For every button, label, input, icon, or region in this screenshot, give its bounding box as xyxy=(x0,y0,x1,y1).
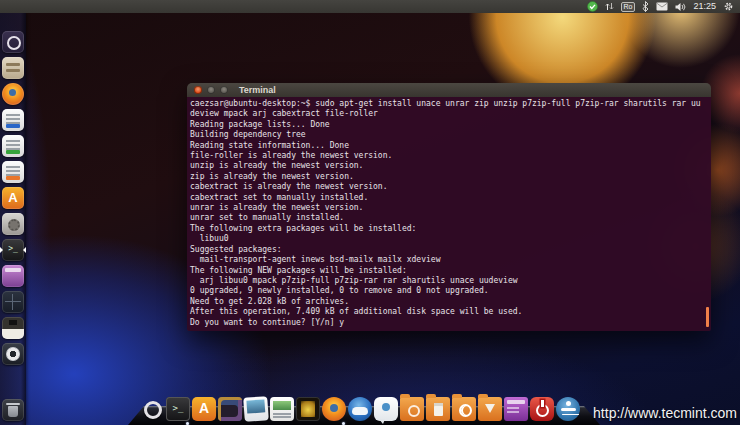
terminal-line: unrar is already the newest version. xyxy=(190,203,711,213)
dock-item-messenger[interactable] xyxy=(374,397,398,421)
terminal-window: Terminal caezsar@ubuntu-desktop:~$ sudo … xyxy=(187,83,711,331)
clock[interactable]: 21:25 xyxy=(693,0,716,13)
updates-ok-icon[interactable] xyxy=(587,1,598,12)
terminal-line: 0 upgraded, 9 newly installed, 0 to remo… xyxy=(190,286,711,296)
dock-item-video-player[interactable] xyxy=(504,397,528,421)
running-pip-icon xyxy=(0,247,3,253)
terminal-line: Building dependency tree xyxy=(190,130,711,140)
dock-item-power[interactable] xyxy=(530,397,554,421)
launcher-item-optical-disc[interactable] xyxy=(2,343,24,365)
terminal-titlebar[interactable]: Terminal xyxy=(187,83,711,97)
terminal-line: Suggested packages: xyxy=(190,245,711,255)
close-button[interactable] xyxy=(194,86,202,94)
launcher-item-workspace-switcher[interactable] xyxy=(2,291,24,313)
terminal-line: Need to get 2.028 kB of archives. xyxy=(190,297,711,307)
terminal-line: cabextract is already the newest version… xyxy=(190,182,711,192)
keyboard-layout-indicator[interactable]: Ro xyxy=(621,2,636,12)
dock-item-photo-collage[interactable] xyxy=(218,397,242,421)
launcher-item-files[interactable] xyxy=(2,57,24,79)
terminal-line: After this operation, 7.409 kB of additi… xyxy=(190,307,711,317)
launcher-item-system-settings[interactable] xyxy=(2,213,24,235)
terminal-line: The following NEW packages will be insta… xyxy=(190,266,711,276)
launcher-item-trash[interactable] xyxy=(2,399,24,421)
terminal-line: unrar set to manually installed. xyxy=(190,213,711,223)
window-title: Terminal xyxy=(239,85,276,95)
top-panel: Ro 21:25 xyxy=(0,0,740,13)
unity-launcher: A >_ xyxy=(0,13,26,425)
bottom-dock: >_ A xyxy=(128,391,600,425)
network-traffic-icon[interactable] xyxy=(605,1,614,12)
dock-item-downloads-folder[interactable] xyxy=(478,397,502,421)
bluetooth-icon[interactable] xyxy=(642,1,649,12)
dock-item-firefox[interactable] xyxy=(322,397,346,421)
launcher-item-screenshot-tool[interactable] xyxy=(2,265,24,287)
desktop: Ro 21:25 A >_ xyxy=(0,0,740,425)
terminal-line: arj libuu0 mpack p7zip-full p7zip-rar ra… xyxy=(190,276,711,286)
dock-item-ubuntu-home[interactable] xyxy=(140,397,164,421)
launcher-item-libreoffice-impress[interactable] xyxy=(2,161,24,183)
terminal-line: deview mpack arj cabextract file-roller xyxy=(190,109,711,119)
launcher-item-libreoffice-writer[interactable] xyxy=(2,109,24,131)
dock-item-home-folder[interactable] xyxy=(400,397,424,421)
dock-item-software-center[interactable]: A xyxy=(192,397,216,421)
launcher-item-terminal[interactable]: >_ xyxy=(2,239,24,261)
terminal-line: mail-transport-agent inews bsd-mailx mai… xyxy=(190,255,711,265)
dock-item-documents-folder[interactable] xyxy=(426,397,450,421)
minimize-button[interactable] xyxy=(207,86,215,94)
terminal-line: Reading state information... Done xyxy=(190,141,711,151)
mail-icon[interactable] xyxy=(656,2,668,11)
dock-item-libreoffice-document[interactable] xyxy=(270,397,294,421)
maximize-button[interactable] xyxy=(220,86,228,94)
terminal-line: The following extra packages will be ins… xyxy=(190,224,711,234)
scrollbar-thumb[interactable] xyxy=(706,307,709,327)
terminal-line: caezsar@ubuntu-desktop:~$ sudo apt-get i… xyxy=(190,99,711,109)
focused-pip-icon xyxy=(23,247,26,253)
terminal-line: file-roller is already the newest versio… xyxy=(190,151,711,161)
dock-item-photos[interactable] xyxy=(243,396,269,422)
dock-item-recent-folder[interactable] xyxy=(452,397,476,421)
session-gear-icon[interactable] xyxy=(723,1,734,12)
terminal-line: Reading package lists... Done xyxy=(190,120,711,130)
terminal-line: zip is already the newest version. xyxy=(190,172,711,182)
dock-item-thunderbird[interactable] xyxy=(348,397,372,421)
launcher-item-floppy-disk[interactable] xyxy=(2,317,24,339)
dock-item-image-gallery[interactable] xyxy=(296,397,320,421)
watermark: http://www.tecmint.com xyxy=(593,405,737,421)
dock-item-universal-access[interactable] xyxy=(556,397,580,421)
dock-item-terminal[interactable]: >_ xyxy=(166,397,190,421)
volume-icon[interactable] xyxy=(675,2,686,12)
launcher-item-dash-home[interactable] xyxy=(2,31,24,53)
terminal-line: unzip is already the newest version. xyxy=(190,161,711,171)
launcher-item-libreoffice-calc[interactable] xyxy=(2,135,24,157)
terminal-output[interactable]: caezsar@ubuntu-desktop:~$ sudo apt-get i… xyxy=(187,97,711,331)
terminal-line: cabextract set to manually installed. xyxy=(190,193,711,203)
terminal-line: Do you want to continue? [Y/n] y xyxy=(190,318,711,328)
launcher-item-firefox[interactable] xyxy=(2,83,24,105)
terminal-line: libuu0 xyxy=(190,234,711,244)
launcher-item-software-center[interactable]: A xyxy=(2,187,24,209)
